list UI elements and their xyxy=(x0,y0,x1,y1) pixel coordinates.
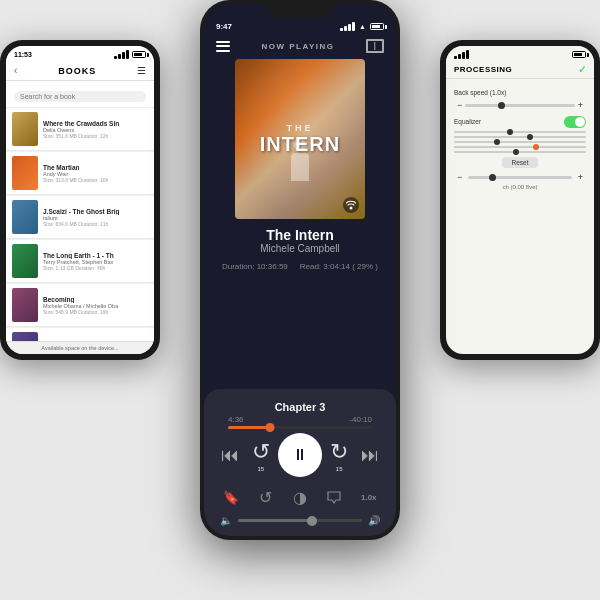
progress-fill xyxy=(228,426,270,429)
book-icon[interactable] xyxy=(366,39,384,53)
eq-slider-row xyxy=(454,131,586,133)
duration-label: Duration: 10:36:59 xyxy=(222,262,288,271)
eq-slider-4[interactable] xyxy=(454,146,586,148)
progress-track[interactable] xyxy=(228,426,372,429)
repeat-button[interactable]: ↺ xyxy=(254,485,278,509)
eq-slider-1[interactable] xyxy=(454,131,586,133)
streaming-icon xyxy=(343,197,359,213)
menu-icon[interactable] xyxy=(216,41,230,52)
check-icon[interactable]: ✓ xyxy=(578,64,586,75)
book-title: The Martian xyxy=(43,164,148,171)
right-content: Back speed (1.0x) − + Equalizer xyxy=(446,79,594,354)
hamburger-btn[interactable]: ☰ xyxy=(137,65,146,76)
book-info: Becoming Michele Obama / Michelle Oba Si… xyxy=(43,296,148,315)
brightness-button[interactable]: ◑ xyxy=(288,485,312,509)
main-controls: ⏮ ↺ 15 ⏸ ↻ 15 ⏭ xyxy=(214,433,386,477)
right-title: PROCESSING xyxy=(454,65,512,74)
now-playing-label: NOW PLAYING xyxy=(261,42,334,51)
right-battery-icon xyxy=(572,51,586,58)
rewind-label: 15 xyxy=(257,466,264,472)
bookmark-button[interactable]: 🔖 xyxy=(219,485,243,509)
search-input[interactable] xyxy=(14,91,146,102)
forward-button[interactable]: ↻ xyxy=(325,438,353,466)
right-phone-screen: PROCESSING ✓ Back speed (1.0x) − + Equal… xyxy=(446,46,594,354)
notch xyxy=(265,0,335,18)
volume-high-icon: 🔊 xyxy=(368,515,380,526)
eq-slider-row xyxy=(454,141,586,143)
time-row: 4:36 -40:10 xyxy=(214,413,386,426)
list-item[interactable]: Becoming Michele Obama / Michelle Oba Si… xyxy=(6,284,154,327)
reset-button[interactable]: Reset xyxy=(502,157,539,168)
rewind-button[interactable]: ↺ xyxy=(247,438,275,466)
plus-icon[interactable]: + xyxy=(575,100,586,110)
search-bar[interactable] xyxy=(6,81,154,108)
track-title: The Intern xyxy=(204,227,396,243)
right-header: PROCESSING ✓ xyxy=(446,61,594,79)
book-cover-thumb xyxy=(12,156,38,190)
volume-fill xyxy=(238,519,312,522)
list-item[interactable]: J.Scalzi - The Ghost Brig talium Size: 6… xyxy=(6,196,154,239)
center-header: NOW PLAYING xyxy=(204,35,396,59)
play-pause-button[interactable]: ⏸ xyxy=(278,433,322,477)
book-info: The Martian Andy Weir Size: 313.8 MB Dur… xyxy=(43,164,148,183)
controls-panel: Chapter 3 4:36 -40:10 ⏮ ↺ 15 ⏸ xyxy=(204,389,396,536)
book-title: Becoming xyxy=(43,296,148,303)
secondary-controls: 🔖 ↺ ◑ 1.0x xyxy=(214,485,386,509)
book-info: J.Scalzi - The Ghost Brig talium Size: 6… xyxy=(43,208,148,227)
progress-bar[interactable] xyxy=(214,426,386,429)
volume-low-icon: 🔈 xyxy=(220,515,232,526)
equalizer-label: Equalizer xyxy=(454,118,481,125)
center-phone: 9:47 ▲ NOW PLAYING xyxy=(200,0,400,540)
eq-slider-2[interactable] xyxy=(454,136,586,138)
left-phone-screen: 11:53 ‹ BOOKS ☰ xyxy=(6,46,154,354)
speed-button[interactable]: 1.0x xyxy=(357,485,381,509)
volume-row: 🔈 🔊 xyxy=(214,515,386,526)
book-cover-thumb xyxy=(12,244,38,278)
book-cover-thumb xyxy=(12,112,38,146)
pitch-minus-icon[interactable]: − xyxy=(454,172,465,182)
list-item[interactable]: The Martian Andy Weir Size: 313.8 MB Dur… xyxy=(6,152,154,195)
list-item[interactable]: The Long Earth - 1 - Th Terry Pratchett,… xyxy=(6,240,154,283)
cover-the-text: THE xyxy=(287,123,314,133)
back-arrow-icon[interactable]: ‹ xyxy=(14,65,17,76)
progress-thumb xyxy=(265,423,274,432)
list-item[interactable]: Where the Crawdads Sin Delia Owens Size:… xyxy=(6,108,154,151)
chapter-label: Chapter 3 xyxy=(214,401,386,413)
book-info: Where the Crawdads Sin Delia Owens Size:… xyxy=(43,120,148,139)
track-meta: Duration: 10:36:59 Read: 3:04:14 ( 29% ) xyxy=(204,262,396,271)
book-title: The Long Earth - 1 - Th xyxy=(43,252,148,259)
eq-slider-5[interactable] xyxy=(454,151,586,153)
right-phone: PROCESSING ✓ Back speed (1.0x) − + Equal… xyxy=(440,40,600,360)
airplay-button[interactable] xyxy=(322,485,346,509)
eq-slider-3[interactable] xyxy=(454,141,586,143)
signal-icon xyxy=(114,50,129,59)
volume-slider[interactable] xyxy=(238,519,362,522)
wifi-icon: ▲ xyxy=(359,23,366,30)
left-footer: Available space on the device... xyxy=(6,341,154,354)
left-status-bar: 11:53 xyxy=(6,46,154,61)
track-author: Michele Campbell xyxy=(204,243,396,254)
list-item[interactable]: The Bitter Earth A.R. Shaw Size: 151.6 M… xyxy=(6,328,154,341)
minus-icon[interactable]: − xyxy=(454,100,465,110)
center-battery-icon xyxy=(370,23,384,30)
speed-slider[interactable] xyxy=(465,104,574,107)
book-info: The Long Earth - 1 - Th Terry Pratchett,… xyxy=(43,252,148,271)
skip-forward-button[interactable]: ⏭ xyxy=(356,441,384,469)
book-title: J.Scalzi - The Ghost Brig xyxy=(43,208,148,215)
eq-toggle[interactable] xyxy=(564,116,586,128)
pitch-plus-icon[interactable]: + xyxy=(575,172,586,182)
book-cover-bg: THE INTERN xyxy=(235,59,365,219)
duration-meta: Duration: 10:36:59 xyxy=(222,262,288,271)
book-meta: Size: 634.6 MB Duration: 11h xyxy=(43,221,148,227)
speed-label: Back speed (1.0x) xyxy=(454,89,586,96)
forward-stack: ↻ 15 xyxy=(325,438,353,472)
pitch-row: − + xyxy=(454,172,586,182)
book-meta: Size: 1.13 GB Duration: 49h xyxy=(43,265,148,271)
skip-back-button[interactable]: ⏮ xyxy=(216,441,244,469)
book-title: Where the Crawdads Sin xyxy=(43,120,148,127)
book-meta: Size: 313.8 MB Duration: 10h xyxy=(43,177,148,183)
pitch-slider[interactable] xyxy=(468,176,571,179)
svg-point-0 xyxy=(350,207,353,210)
eq-label-row: Equalizer xyxy=(454,114,586,129)
left-time: 11:53 xyxy=(14,51,32,58)
